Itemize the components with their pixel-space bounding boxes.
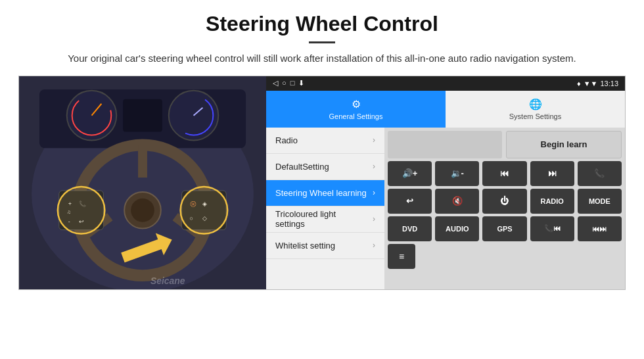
car-image-panel: + ♫ - 📞 ↩ 🛞 ◈ ○ ◇ [19, 76, 266, 289]
menu-whitelist-label: Whitelist setting [275, 241, 335, 251]
svg-point-15 [131, 198, 154, 222]
svg-point-3 [67, 90, 117, 140]
status-indicators: ♦ ▼▼ 13:13 [577, 80, 618, 87]
android-body: Radio › DefaultSetting › Steering Wheel … [266, 128, 625, 289]
subtitle-text: Your original car's steering wheel contr… [26, 51, 618, 66]
empty-display [388, 131, 502, 158]
mute-button[interactable]: 🔇 [435, 189, 479, 214]
page-title: Steering Wheel Control [26, 12, 618, 36]
begin-learn-row: Begin learn [388, 131, 622, 158]
vol-up-button[interactable]: 🔊+ [388, 161, 432, 186]
menu-item-steering-wheel[interactable]: Steering Wheel learning › [266, 180, 384, 206]
signal-icon: ▼▼ [584, 80, 598, 87]
call-button[interactable]: ↩ [388, 189, 432, 214]
menu-item-radio[interactable]: Radio › [266, 128, 384, 154]
control-row-4: ≡ [388, 244, 622, 269]
svg-point-28 [181, 186, 228, 233]
controls-panel: Begin learn 🔊+ 🔉- ⏮ ⏭ 📞 ↩ 🔇 ⏻ [384, 128, 625, 289]
menu-icon-button[interactable]: ≡ [388, 244, 415, 269]
main-content: + ♫ - 📞 ↩ 🛞 ◈ ○ ◇ [18, 76, 626, 290]
menu-item-default-setting[interactable]: DefaultSetting › [266, 154, 384, 180]
next-track-button[interactable]: ⏭ [530, 161, 574, 186]
vol-down-button[interactable]: 🔉- [435, 161, 479, 186]
chevron-icon: › [373, 214, 375, 224]
prev-track-button[interactable]: ⏮ [482, 161, 526, 186]
back-nav-icon[interactable]: ◁ [273, 79, 278, 87]
menu-tricoloured-label: Tricoloured lightsettings [275, 209, 336, 229]
clock: 13:13 [600, 80, 618, 87]
menu-list: Radio › DefaultSetting › Steering Wheel … [266, 128, 384, 289]
header-section: Steering Wheel Control Your original car… [0, 0, 644, 76]
title-divider [309, 41, 335, 43]
menu-item-tricoloured[interactable]: Tricoloured lightsettings › [266, 206, 384, 233]
svg-point-22 [58, 186, 105, 233]
tab-system[interactable]: 🌐 System Settings [446, 91, 625, 128]
recent-nav-icon[interactable]: □ [290, 79, 295, 87]
system-settings-icon: 🌐 [529, 98, 542, 110]
audio-button[interactable]: AUDIO [435, 216, 479, 241]
svg-rect-9 [123, 99, 162, 132]
home-nav-icon[interactable]: ○ [282, 79, 287, 87]
mode-button[interactable]: MODE [578, 189, 622, 214]
menu-steering-label: Steering Wheel learning [275, 188, 367, 198]
radio-button[interactable]: RADIO [530, 189, 574, 214]
settings-tabs: ⚙ General Settings 🌐 System Settings [266, 91, 625, 128]
phone-button[interactable]: 📞 [578, 161, 622, 186]
chevron-icon: › [373, 188, 375, 197]
tab-system-label: System Settings [509, 112, 561, 120]
page-container: Steering Wheel Control Your original car… [0, 0, 644, 290]
svg-text:Seicane: Seicane [150, 275, 185, 286]
menu-radio-label: Radio [275, 135, 298, 145]
tab-general[interactable]: ⚙ General Settings [266, 91, 446, 128]
dvd-button[interactable]: DVD [388, 216, 432, 241]
power-button[interactable]: ⏻ [482, 189, 526, 214]
gps-icon: ♦ [577, 80, 581, 87]
status-bar: ◁ ○ □ ⬇ ♦ ▼▼ 13:13 [266, 76, 625, 91]
control-row-2: ↩ 🔇 ⏻ RADIO MODE [388, 189, 622, 214]
menu-item-whitelist[interactable]: Whitelist setting › [266, 233, 384, 259]
chevron-icon: › [373, 162, 375, 171]
control-row-3: DVD AUDIO GPS 📞⏮ ⏮⏭ [388, 216, 622, 241]
menu-default-label: DefaultSetting [275, 162, 329, 172]
download-icon: ⬇ [298, 79, 304, 87]
skip-buttons[interactable]: ⏮⏭ [578, 216, 622, 241]
chevron-icon: › [373, 241, 375, 250]
general-settings-icon: ⚙ [352, 98, 361, 110]
gps-button[interactable]: GPS [482, 216, 526, 241]
tab-general-label: General Settings [329, 112, 383, 120]
chevron-icon: › [373, 135, 375, 145]
control-row-1: 🔊+ 🔉- ⏮ ⏭ 📞 [388, 161, 622, 186]
nav-icons: ◁ ○ □ ⬇ [273, 79, 304, 87]
begin-learn-button[interactable]: Begin learn [506, 131, 622, 158]
android-ui: ◁ ○ □ ⬇ ♦ ▼▼ 13:13 ⚙ General Settings [266, 76, 625, 289]
phone-prev-button[interactable]: 📞⏮ [530, 216, 574, 241]
